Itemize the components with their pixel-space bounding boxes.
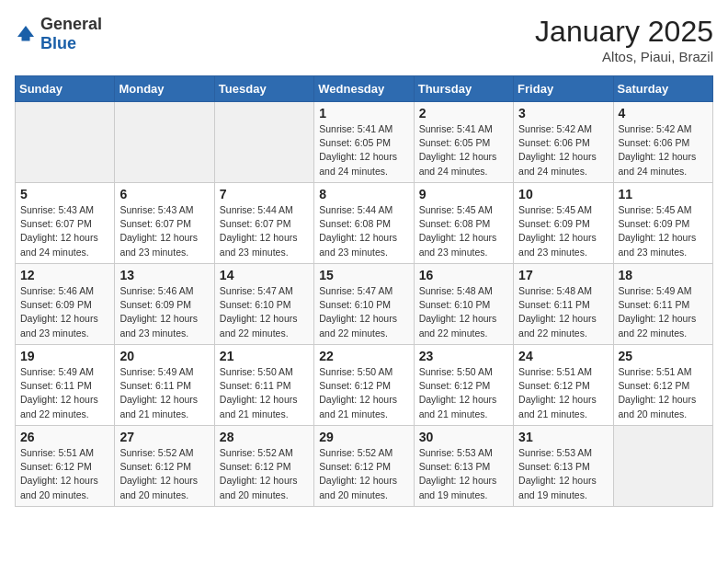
day-info: Sunrise: 5:44 AMSunset: 6:08 PMDaylight:…: [319, 203, 408, 259]
day-cell: 2Sunrise: 5:41 AMSunset: 6:05 PMDaylight…: [414, 102, 513, 183]
day-info: Sunrise: 5:51 AMSunset: 6:12 PMDaylight:…: [619, 365, 708, 421]
day-info: Sunrise: 5:47 AMSunset: 6:10 PMDaylight:…: [319, 284, 408, 340]
day-info: Sunrise: 5:43 AMSunset: 6:07 PMDaylight:…: [20, 203, 109, 259]
logo-blue: Blue: [40, 34, 76, 52]
day-cell: 15Sunrise: 5:47 AMSunset: 6:10 PMDayligh…: [314, 264, 414, 345]
logo-general: General: [40, 15, 102, 33]
day-cell: 6Sunrise: 5:43 AMSunset: 6:07 PMDaylight…: [115, 183, 214, 264]
day-cell: 12Sunrise: 5:46 AMSunset: 6:09 PMDayligh…: [16, 264, 115, 345]
logo-icon: [15, 23, 37, 45]
day-number: 8: [319, 187, 408, 201]
day-cell: 3Sunrise: 5:42 AMSunset: 6:06 PMDaylight…: [514, 102, 613, 183]
day-number: 27: [119, 430, 209, 444]
location-title: Altos, Piaui, Brazil: [535, 49, 713, 64]
day-number: 1: [319, 106, 408, 121]
day-info: Sunrise: 5:46 AMSunset: 6:09 PMDaylight:…: [119, 284, 209, 340]
day-cell: 25Sunrise: 5:51 AMSunset: 6:12 PMDayligh…: [613, 345, 712, 426]
day-number: 28: [220, 430, 309, 444]
day-cell: 27Sunrise: 5:52 AMSunset: 6:12 PMDayligh…: [115, 426, 214, 507]
month-title: January 2025: [535, 15, 713, 49]
weekday-header-saturday: Saturday: [613, 76, 712, 102]
svg-marker-0: [17, 26, 34, 37]
day-cell: [115, 102, 214, 183]
day-cell: 28Sunrise: 5:52 AMSunset: 6:12 PMDayligh…: [214, 426, 313, 507]
day-info: Sunrise: 5:52 AMSunset: 6:12 PMDaylight:…: [220, 446, 309, 502]
day-info: Sunrise: 5:49 AMSunset: 6:11 PMDaylight:…: [20, 365, 109, 421]
week-row-3: 12Sunrise: 5:46 AMSunset: 6:09 PMDayligh…: [16, 264, 713, 345]
day-info: Sunrise: 5:45 AMSunset: 6:09 PMDaylight:…: [518, 203, 608, 259]
day-info: Sunrise: 5:50 AMSunset: 6:12 PMDaylight:…: [419, 365, 508, 421]
day-number: 4: [619, 106, 708, 121]
day-cell: 30Sunrise: 5:53 AMSunset: 6:13 PMDayligh…: [414, 426, 513, 507]
day-cell: 24Sunrise: 5:51 AMSunset: 6:12 PMDayligh…: [514, 345, 613, 426]
weekday-header-sunday: Sunday: [16, 76, 115, 102]
day-cell: 20Sunrise: 5:49 AMSunset: 6:11 PMDayligh…: [115, 345, 214, 426]
week-row-2: 5Sunrise: 5:43 AMSunset: 6:07 PMDaylight…: [16, 183, 713, 264]
day-number: 21: [220, 349, 309, 363]
day-info: Sunrise: 5:47 AMSunset: 6:10 PMDaylight:…: [220, 284, 309, 340]
day-info: Sunrise: 5:42 AMSunset: 6:06 PMDaylight:…: [518, 122, 608, 178]
day-info: Sunrise: 5:45 AMSunset: 6:09 PMDaylight:…: [619, 203, 708, 259]
day-cell: 9Sunrise: 5:45 AMSunset: 6:08 PMDaylight…: [414, 183, 513, 264]
day-info: Sunrise: 5:48 AMSunset: 6:11 PMDaylight:…: [518, 284, 608, 340]
header: General Blue January 2025 Altos, Piaui, …: [15, 15, 713, 64]
weekday-header-monday: Monday: [115, 76, 214, 102]
weekday-row: SundayMondayTuesdayWednesdayThursdayFrid…: [16, 76, 713, 102]
day-cell: 16Sunrise: 5:48 AMSunset: 6:10 PMDayligh…: [414, 264, 513, 345]
day-number: 3: [518, 106, 608, 121]
day-number: 20: [119, 349, 209, 363]
weekday-header-thursday: Thursday: [414, 76, 513, 102]
day-number: 15: [319, 268, 408, 282]
day-number: 14: [220, 268, 309, 282]
day-number: 16: [419, 268, 508, 282]
day-info: Sunrise: 5:53 AMSunset: 6:13 PMDaylight:…: [518, 446, 608, 502]
day-number: 6: [119, 187, 209, 201]
day-number: 31: [518, 430, 608, 444]
day-info: Sunrise: 5:49 AMSunset: 6:11 PMDaylight:…: [619, 284, 708, 340]
day-number: 29: [319, 430, 408, 444]
day-cell: 23Sunrise: 5:50 AMSunset: 6:12 PMDayligh…: [414, 345, 513, 426]
day-number: 17: [518, 268, 608, 282]
day-cell: 18Sunrise: 5:49 AMSunset: 6:11 PMDayligh…: [613, 264, 712, 345]
day-cell: 13Sunrise: 5:46 AMSunset: 6:09 PMDayligh…: [115, 264, 214, 345]
weekday-header-wednesday: Wednesday: [314, 76, 414, 102]
week-row-4: 19Sunrise: 5:49 AMSunset: 6:11 PMDayligh…: [16, 345, 713, 426]
day-cell: [613, 426, 712, 507]
title-area: January 2025 Altos, Piaui, Brazil: [535, 15, 713, 64]
day-cell: 11Sunrise: 5:45 AMSunset: 6:09 PMDayligh…: [613, 183, 712, 264]
day-number: 7: [220, 187, 309, 201]
logo-text: General Blue: [40, 15, 102, 53]
day-number: 9: [419, 187, 508, 201]
day-info: Sunrise: 5:44 AMSunset: 6:07 PMDaylight:…: [220, 203, 309, 259]
day-number: 2: [419, 106, 508, 121]
day-number: 25: [619, 349, 708, 363]
day-cell: 17Sunrise: 5:48 AMSunset: 6:11 PMDayligh…: [514, 264, 613, 345]
day-cell: 29Sunrise: 5:52 AMSunset: 6:12 PMDayligh…: [314, 426, 414, 507]
day-number: 19: [20, 349, 109, 363]
week-row-1: 1Sunrise: 5:41 AMSunset: 6:05 PMDaylight…: [16, 102, 713, 183]
day-info: Sunrise: 5:45 AMSunset: 6:08 PMDaylight:…: [419, 203, 508, 259]
day-info: Sunrise: 5:49 AMSunset: 6:11 PMDaylight:…: [119, 365, 209, 421]
day-info: Sunrise: 5:41 AMSunset: 6:05 PMDaylight:…: [319, 122, 408, 178]
day-cell: 5Sunrise: 5:43 AMSunset: 6:07 PMDaylight…: [16, 183, 115, 264]
day-cell: 19Sunrise: 5:49 AMSunset: 6:11 PMDayligh…: [16, 345, 115, 426]
day-cell: 10Sunrise: 5:45 AMSunset: 6:09 PMDayligh…: [514, 183, 613, 264]
weekday-header-friday: Friday: [514, 76, 613, 102]
day-info: Sunrise: 5:43 AMSunset: 6:07 PMDaylight:…: [119, 203, 209, 259]
day-number: 11: [619, 187, 708, 201]
logo: General Blue: [15, 15, 102, 53]
day-info: Sunrise: 5:50 AMSunset: 6:11 PMDaylight:…: [220, 365, 309, 421]
day-cell: 26Sunrise: 5:51 AMSunset: 6:12 PMDayligh…: [16, 426, 115, 507]
day-number: 26: [20, 430, 109, 444]
week-row-5: 26Sunrise: 5:51 AMSunset: 6:12 PMDayligh…: [16, 426, 713, 507]
day-info: Sunrise: 5:41 AMSunset: 6:05 PMDaylight:…: [419, 122, 508, 178]
calendar-table: SundayMondayTuesdayWednesdayThursdayFrid…: [15, 75, 713, 507]
day-number: 10: [518, 187, 608, 201]
day-number: 13: [119, 268, 209, 282]
day-info: Sunrise: 5:53 AMSunset: 6:13 PMDaylight:…: [419, 446, 508, 502]
day-number: 12: [20, 268, 109, 282]
day-info: Sunrise: 5:52 AMSunset: 6:12 PMDaylight:…: [319, 446, 408, 502]
day-cell: 4Sunrise: 5:42 AMSunset: 6:06 PMDaylight…: [613, 102, 712, 183]
day-cell: 31Sunrise: 5:53 AMSunset: 6:13 PMDayligh…: [514, 426, 613, 507]
day-number: 24: [518, 349, 608, 363]
